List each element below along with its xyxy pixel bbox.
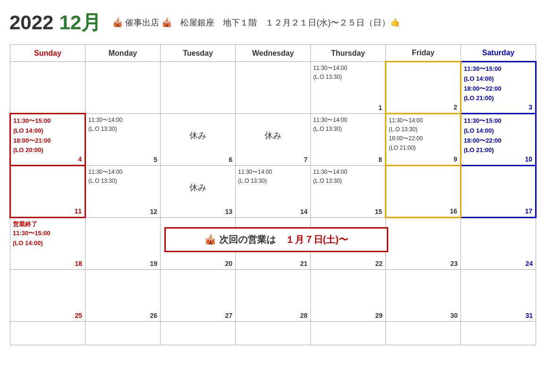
- event-info: 🎪 催事出店 🎪 松屋銀座 地下１階 １２月２１日(水)〜２５日（日）🤙: [112, 17, 401, 28]
- dec8-number: 8: [378, 156, 382, 163]
- cell-dec25: 25: [10, 270, 85, 322]
- dec16-number: 16: [450, 207, 457, 215]
- cell-extra-4: [311, 322, 386, 345]
- cell-dec26: 26: [85, 270, 161, 322]
- dec19-number: 19: [150, 260, 157, 267]
- cell-dec17: 17: [461, 166, 536, 218]
- col-header-wednesday: Wednesday: [236, 45, 311, 62]
- cell-dec28: 28: [236, 270, 311, 322]
- cell-dec12: 11:30〜14:00(L.O 13:30) 12: [85, 166, 161, 218]
- announcement-box: 🎪 次回の営業は １月７日(土)〜: [164, 227, 388, 252]
- dec22-number: 22: [375, 260, 383, 267]
- cell-empty-1: [10, 62, 85, 114]
- dec4-number: 4: [78, 155, 82, 163]
- dec25-number: 25: [75, 312, 82, 319]
- cell-dec2: 2: [386, 62, 461, 114]
- year-label: 2022: [9, 11, 53, 34]
- cell-empty-3: [161, 62, 236, 114]
- dec1-number: 1: [378, 104, 382, 111]
- dec5-times: 11:30〜14:00(L.O 13:30): [88, 116, 158, 134]
- cell-dec19: 19: [85, 218, 161, 270]
- cell-extra-1: [85, 322, 161, 345]
- cell-extra-0: [10, 322, 85, 345]
- cell-dec16: 16: [386, 166, 461, 218]
- cell-dec7: 休み 7: [236, 114, 311, 166]
- calendar-row-4: 営業終了 11:30〜15:00(LO 14:00) 18 19 🎪 次回の営業…: [10, 218, 536, 270]
- calendar-row-extra: [10, 322, 536, 345]
- dec17-number: 17: [525, 207, 532, 215]
- month-label: 12月: [59, 9, 101, 36]
- cell-dec13: 休み 13: [161, 166, 236, 218]
- cell-dec9: 11:30〜14:00(L.O 13:30)18:00〜22:00(LO 21:…: [386, 114, 461, 166]
- dec27-number: 27: [225, 312, 232, 319]
- cell-dec4: 11:30〜15:00(LO 14:00)18:00〜21:00(LO 20:0…: [10, 114, 85, 166]
- dec9-number: 9: [453, 155, 457, 163]
- cell-dec29: 29: [311, 270, 386, 322]
- cell-dec20: 🎪 次回の営業は １月７日(土)〜 20: [161, 218, 236, 270]
- dec6-rest: 休み: [163, 130, 233, 141]
- cell-extra-5: [386, 322, 461, 345]
- cell-dec3: 11:30〜15:00(LO 14:00)18:00〜22:00(LO 21:0…: [461, 62, 536, 114]
- calendar-row-2: 11:30〜15:00(LO 14:00)18:00〜21:00(LO 20:0…: [10, 114, 536, 166]
- dec15-times: 11:30〜14:00(L.O 13:30): [313, 168, 383, 186]
- dec9-times: 11:30〜14:00(L.O 13:30)18:00〜22:00(LO 21:…: [389, 116, 458, 153]
- cell-dec24: 24: [461, 218, 536, 270]
- dec18-end-label: 営業終了: [13, 220, 83, 229]
- dec26-number: 26: [150, 312, 157, 319]
- cell-dec8: 11:30〜14:00(L.O 13:30) 8: [311, 114, 386, 166]
- dec31-number: 31: [525, 312, 533, 319]
- announcement-date: １月７日(土)〜: [285, 234, 348, 245]
- cell-dec18: 営業終了 11:30〜15:00(LO 14:00) 18: [10, 218, 85, 270]
- cell-dec6: 休み 6: [161, 114, 236, 166]
- cell-dec1: 11:30〜14:00(L.O 13:30) 1: [311, 62, 386, 114]
- dec28-number: 28: [300, 312, 307, 319]
- cell-extra-2: [161, 322, 236, 345]
- dec10-number: 10: [525, 155, 532, 163]
- cell-dec15: 11:30〜14:00(L.O 13:30) 15: [311, 166, 386, 218]
- col-header-monday: Monday: [85, 45, 161, 62]
- dec1-times: 11:30〜14:00(L.O 13:30): [313, 64, 383, 82]
- page-header: 2022 12月 🎪 催事出店 🎪 松屋銀座 地下１階 １２月２１日(水)〜２５…: [9, 9, 537, 36]
- cell-extra-3: [236, 322, 311, 345]
- dec12-number: 12: [150, 208, 157, 215]
- dec24-number: 24: [525, 260, 533, 267]
- cell-extra-6: [461, 322, 536, 345]
- dec20-number: 20: [225, 260, 232, 267]
- cell-dec30: 30: [386, 270, 461, 322]
- dec23-number: 23: [450, 260, 458, 267]
- dec21-number: 21: [300, 260, 307, 267]
- dec29-number: 29: [375, 312, 383, 319]
- dec14-number: 14: [300, 208, 307, 215]
- cell-empty-2: [85, 62, 161, 114]
- col-header-friday: Friday: [386, 45, 461, 62]
- cell-dec23: 23: [386, 218, 461, 270]
- col-header-saturday: Saturday: [461, 45, 536, 62]
- dec8-times: 11:30〜14:00(L.O 13:30): [313, 116, 383, 134]
- dec18-number: 18: [75, 260, 82, 267]
- cell-dec14: 11:30〜14:00(L.O 13:30) 14: [236, 166, 311, 218]
- dec11-number: 11: [74, 207, 82, 215]
- dec10-times: 11:30〜15:00(LO 14:00)18:00〜22:00(LO 21:0…: [464, 116, 533, 155]
- calendar-row-5: 25 26 27 28 29 30 31: [10, 270, 536, 322]
- dec18-times: 11:30〜15:00(LO 14:00): [13, 229, 83, 248]
- col-header-sunday: Sunday: [10, 45, 85, 62]
- dec13-rest: 休み: [163, 182, 233, 193]
- dec15-number: 15: [375, 208, 382, 215]
- dec13-number: 13: [225, 208, 232, 215]
- calendar: Sunday Monday Tuesday Wednesday Thursday…: [9, 44, 537, 345]
- cell-dec10: 11:30〜15:00(LO 14:00)18:00〜22:00(LO 21:0…: [461, 114, 536, 166]
- cell-dec11: 11: [10, 166, 85, 218]
- cell-dec27: 27: [161, 270, 236, 322]
- dec7-number: 7: [304, 156, 307, 163]
- col-header-thursday: Thursday: [311, 45, 386, 62]
- dec3-times: 11:30〜15:00(LO 14:00)18:00〜22:00(LO 21:0…: [464, 64, 533, 103]
- dec6-number: 6: [229, 156, 232, 163]
- dec12-times: 11:30〜14:00(L.O 13:30): [88, 168, 158, 186]
- dec30-number: 30: [450, 312, 458, 319]
- cell-empty-4: [236, 62, 311, 114]
- calendar-row-3: 11 11:30〜14:00(L.O 13:30) 12 休み 13 11:30…: [10, 166, 536, 218]
- dec2-number: 2: [453, 103, 457, 111]
- calendar-row-1: 11:30〜14:00(L.O 13:30) 1 2 11:30〜15:00(L…: [10, 62, 536, 114]
- dec3-number: 3: [529, 103, 532, 111]
- col-header-tuesday: Tuesday: [161, 45, 236, 62]
